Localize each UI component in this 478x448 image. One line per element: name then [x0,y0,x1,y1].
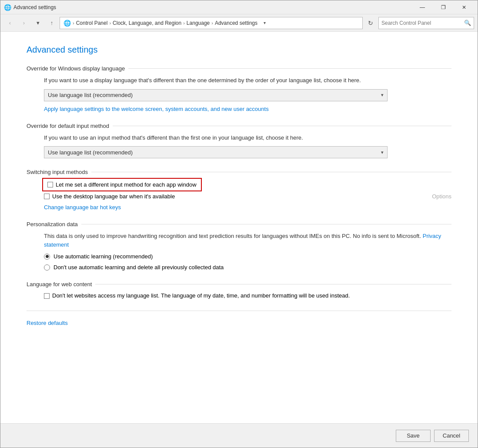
input-method-desc: If you want to use an input method that'… [44,134,451,142]
breadcrumb-language[interactable]: Language [187,20,210,26]
breadcrumb-control-panel[interactable]: Control Panel [76,20,108,26]
input-method-dropdown[interactable]: Use language list (recommended) ▾ [44,146,388,158]
checkbox-no-websites[interactable]: Don't let websites access my language li… [44,292,350,300]
maximize-button[interactable]: ❐ [433,0,453,14]
section-line-input [113,126,451,126]
section-title-input: Override for default input method [27,123,109,129]
restore-defaults-link[interactable]: Restore defaults [27,320,68,326]
switching-row-1: Let me set a different input method for … [44,180,451,190]
section-line-web [95,284,451,284]
radio-auto-learning[interactable]: Use automatic learning (recommended) [44,253,451,260]
section-title-switching: Switching input methods [27,169,88,175]
hotkeys-row: Change language bar hot keys [44,204,451,211]
title-bar-text: Advanced settings [13,4,412,10]
input-dropdown-arrow-icon: ▾ [381,150,384,155]
radio-no-learning[interactable]: Don't use automatic learning and delete … [44,264,451,271]
section-web-content: Language for web content Don't let websi… [27,281,451,300]
radio-no-learning-label: Don't use automatic learning and delete … [53,264,224,271]
up-button[interactable]: ↑ [46,17,58,29]
checkbox-language-bar-box[interactable] [44,194,50,199]
radio-auto-learning-inner [46,255,49,258]
search-input[interactable] [381,20,462,26]
divider [27,311,451,311]
section-title-web: Language for web content [27,281,92,288]
title-bar-controls: — ❐ ✕ [412,0,474,14]
apply-settings-link[interactable]: Apply language settings to the welcome s… [44,106,269,112]
radio-no-learning-button[interactable] [44,264,50,271]
section-line-switching [91,172,451,172]
display-language-dropdown[interactable]: Use language list (recommended) ▾ [44,89,388,101]
checkbox-input-method-app[interactable]: Let me set a different input method for … [44,180,200,190]
display-lang-desc: If you want to use a display language th… [44,76,451,85]
checkbox-language-bar[interactable]: Use the desktop language bar when it's a… [44,193,175,200]
section-body-switching: Let me set a different input method for … [27,180,451,211]
radio-auto-learning-label: Use automatic learning (recommended) [53,253,153,260]
minimize-button[interactable]: — [412,0,432,14]
window-icon: 🌐 [4,4,11,11]
section-body-input: If you want to use an input method that'… [27,134,451,159]
section-input-method: Override for default input method If you… [27,123,451,159]
checkbox-input-method-app-box[interactable] [47,182,53,187]
breadcrumb-dropdown-button[interactable]: ▾ [260,18,270,28]
recent-button[interactable]: ▾ [32,17,44,29]
checkbox-language-bar-label: Use the desktop language bar when it's a… [52,193,175,200]
checkbox-no-websites-label: Don't let websites access my language li… [52,292,350,300]
options-link[interactable]: Options [432,193,451,200]
search-icon: 🔍 [464,20,471,26]
dropdown-arrow-icon: ▾ [381,92,384,98]
breadcrumb-bar: 🌐 › Control Panel › Clock, Language, and… [60,17,363,29]
personalization-desc: This data is only used to improve handwr… [44,232,451,249]
checkbox-no-websites-box[interactable] [44,293,50,299]
section-header-switching: Switching input methods [27,169,451,175]
content-area: Advanced settings Override for Windows d… [0,32,478,423]
nav-bar: ‹ › ▾ ↑ 🌐 › Control Panel › Clock, Langu… [0,14,478,32]
forward-button[interactable]: › [18,17,30,29]
section-title-display: Override for Windows display language [27,65,125,72]
checkbox-input-method-app-label: Let me set a different input method for … [56,181,197,188]
dropdown-value: Use language list (recommended) [48,92,133,98]
section-line-personalization [81,224,451,224]
breadcrumb-advanced: Advanced settings [215,20,257,26]
breadcrumb-clock-lang[interactable]: Clock, Language, and Region [113,20,181,26]
section-header-display: Override for Windows display language [27,65,451,72]
section-line [128,68,451,69]
section-body-display: If you want to use a display language th… [27,76,451,112]
title-bar: 🌐 Advanced settings — ❐ ✕ [0,0,478,14]
search-bar: 🔍 [378,17,474,29]
section-switching: Switching input methods Let me set a dif… [27,169,451,211]
section-personalization: Personalization data This data is only u… [27,221,451,271]
back-button[interactable]: ‹ [4,17,16,29]
page-title: Advanced settings [27,45,451,55]
footer: Save Cancel [0,423,478,448]
section-body-personalization: This data is only used to improve handwr… [27,232,451,271]
radio-auto-learning-button[interactable] [44,254,50,260]
hotkeys-link[interactable]: Change language bar hot keys [44,204,121,211]
input-dropdown-value: Use language list (recommended) [48,149,133,156]
save-button[interactable]: Save [396,430,431,442]
radio-group-learning: Use automatic learning (recommended) Don… [44,253,451,271]
section-header-personalization: Personalization data [27,221,451,227]
refresh-button[interactable]: ↻ [364,17,377,29]
section-display-language: Override for Windows display language If… [27,65,451,112]
switching-row-2: Use the desktop language bar when it's a… [44,193,451,200]
section-header-input: Override for default input method [27,123,451,129]
section-header-web: Language for web content [27,281,451,288]
window-icon-nav: 🌐 [64,20,71,27]
cancel-button[interactable]: Cancel [434,430,469,442]
close-button[interactable]: ✕ [454,0,474,14]
section-body-web: Don't let websites access my language li… [27,292,451,300]
section-title-personalization: Personalization data [27,221,78,227]
window: 🌐 Advanced settings — ❐ ✕ ‹ › ▾ ↑ 🌐 › Co… [0,0,478,448]
